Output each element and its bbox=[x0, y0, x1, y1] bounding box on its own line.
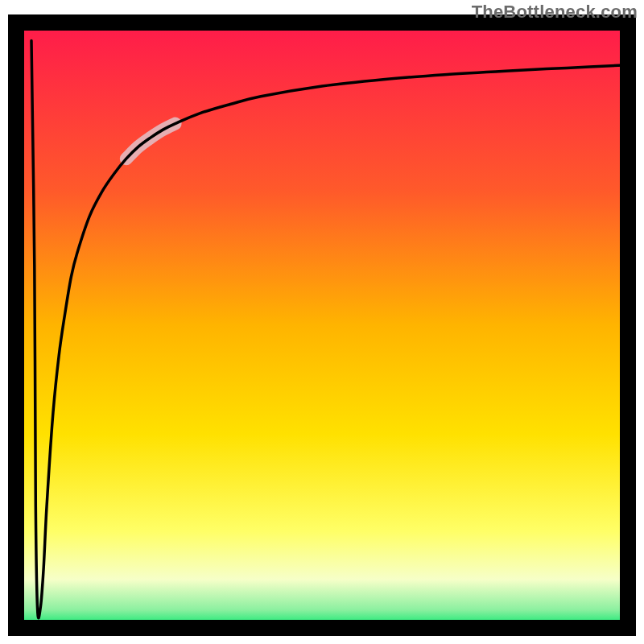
chart-svg bbox=[0, 0, 644, 644]
chart-container: TheBottleneck.com bbox=[0, 0, 644, 644]
watermark-text: TheBottleneck.com bbox=[472, 2, 638, 23]
plot-background bbox=[16, 23, 628, 628]
